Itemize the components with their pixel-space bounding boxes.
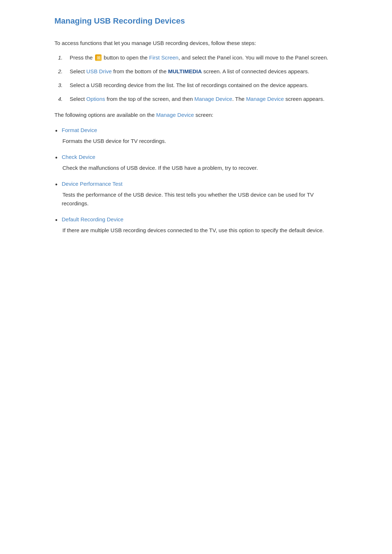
device-performance-test-title: Device Performance Test	[62, 180, 338, 188]
step-3-number: 3.	[58, 81, 70, 90]
format-device-desc: Formats the USB device for TV recordings…	[62, 138, 166, 144]
page-title: Managing USB Recording Devices	[54, 15, 338, 30]
step-1-number: 1.	[58, 53, 70, 62]
default-recording-device-desc: If there are multiple USB recording devi…	[62, 227, 324, 233]
step-4: 4. Select Options from the top of the sc…	[58, 95, 338, 103]
step-3: 3. Select a USB recording device from th…	[58, 81, 338, 90]
intro-text: To access functions that let you manage …	[54, 39, 338, 48]
step-1: 1. Press the button to open the First Sc…	[58, 53, 338, 62]
step-2: 2. Select USB Drive from the bottom of t…	[58, 67, 338, 76]
step-4-text: Select Options from the top of the scree…	[70, 95, 338, 103]
step-2-number: 2.	[58, 67, 70, 76]
options-link: Options	[86, 96, 105, 102]
device-performance-test-desc: Tests the performance of the USB device.…	[62, 192, 314, 206]
option-device-performance-test: Device Performance Test Tests the perfor…	[62, 180, 338, 208]
step-3-text: Select a USB recording device from the l…	[70, 81, 338, 90]
manage-device-options-link: Manage Device	[156, 112, 194, 118]
smart-tv-icon	[95, 54, 102, 61]
steps-list: 1. Press the button to open the First Sc…	[58, 53, 338, 103]
usb-drive-link: USB Drive	[86, 68, 112, 74]
manage-device-link-2: Manage Device	[246, 96, 284, 102]
option-check-device: Check Device Check the malfunctions of U…	[62, 153, 338, 172]
manage-device-link-1: Manage Device	[195, 96, 232, 102]
check-device-desc: Check the malfunctions of USB device. If…	[62, 165, 258, 171]
options-intro: The following options are available on t…	[54, 111, 338, 119]
format-device-title: Format Device	[62, 126, 338, 135]
default-recording-device-title: Default Recording Device	[62, 215, 338, 224]
step-4-number: 4.	[58, 95, 70, 103]
option-format-device: Format Device Formats the USB device for…	[62, 126, 338, 145]
first-screen-link: First Screen	[149, 54, 179, 61]
step-2-text: Select USB Drive from the bottom of the …	[70, 67, 338, 76]
options-list: Format Device Formats the USB device for…	[62, 126, 338, 235]
check-device-title: Check Device	[62, 153, 338, 161]
multimedia-link: MULTIMEDIA	[168, 68, 202, 74]
page-container: Managing USB Recording Devices To access…	[33, 0, 359, 257]
step-1-text: Press the button to open the First Scree…	[70, 53, 338, 62]
option-default-recording-device: Default Recording Device If there are mu…	[62, 215, 338, 235]
